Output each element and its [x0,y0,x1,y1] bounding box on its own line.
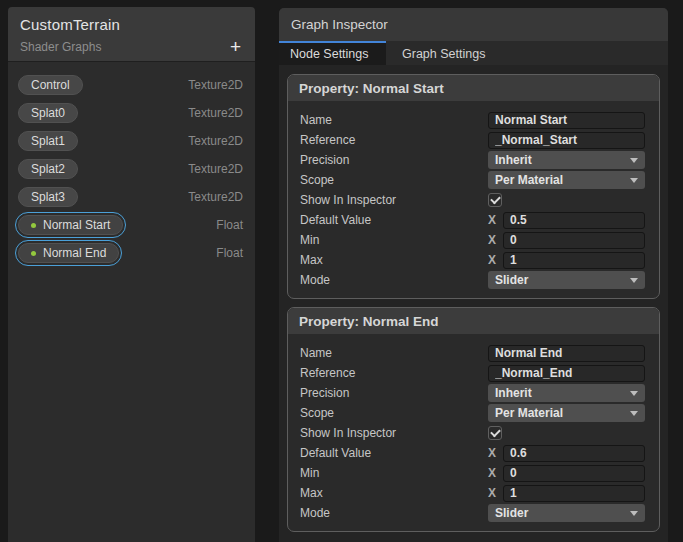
field-label: Mode [300,273,488,287]
field-row-precision: PrecisionInherit [300,150,645,170]
mode-dropdown[interactable]: Slider [488,504,645,522]
field-row-max: MaxX [300,250,645,270]
blackboard-header: CustomTerrain Shader Graphs + [8,7,255,62]
scope-dropdown[interactable]: Per Material [488,171,645,189]
min-x-input[interactable] [503,465,645,482]
tab-node-settings[interactable]: Node Settings [279,41,386,65]
property-section: Property: Normal StartNameReferencePreci… [287,74,660,299]
inspector-content: Property: Normal StartNameReferencePreci… [279,65,668,542]
name-input[interactable] [488,345,645,362]
default-value-x-input[interactable] [503,445,645,462]
field-label: Max [300,486,488,500]
property-fields: NameReferencePrecisionInheritScopePer Ma… [288,334,659,531]
blackboard-item-row: Splat2Texture2D [8,155,255,183]
property-section: Property: Normal EndNameReferencePrecisi… [287,307,660,532]
field-control: X [488,232,645,249]
tab-label: Node Settings [290,47,369,61]
blackboard-item-row: ControlTexture2D [8,71,255,99]
axis-x-label: X [488,233,496,247]
field-row-name: Name [300,343,645,363]
field-control: Slider [488,271,645,289]
max-x-input[interactable] [503,252,645,269]
field-label: Name [300,346,488,360]
max-x-input[interactable] [503,485,645,502]
field-label: Show In Inspector [300,426,488,440]
property-pill-splat0[interactable]: Splat0 [18,103,78,123]
blackboard-panel: CustomTerrain Shader Graphs + ControlTex… [8,7,255,542]
field-control: Per Material [488,171,645,189]
show-in-inspector-checkbox[interactable] [488,193,502,207]
blackboard-subtitle: Shader Graphs [20,40,101,54]
field-row-mode: ModeSlider [300,503,645,523]
property-type-label: Texture2D [188,106,243,120]
field-control: Slider [488,504,645,522]
field-row-min: MinX [300,463,645,483]
chevron-down-icon [630,511,638,516]
blackboard-item-row: Splat1Texture2D [8,127,255,155]
property-pill-label: Normal End [43,246,106,260]
field-row-mode: ModeSlider [300,270,645,290]
chevron-down-icon [630,278,638,283]
name-input[interactable] [488,112,645,129]
property-type-label: Texture2D [188,162,243,176]
property-pill-normal-start[interactable]: Normal Start [18,215,123,235]
blackboard-subtitle-row: Shader Graphs + [20,40,243,54]
field-control [488,112,645,129]
reference-input[interactable] [488,365,645,382]
checkmark-icon [490,427,501,438]
dropdown-value: Inherit [495,386,532,400]
graph-inspector-title: Graph Inspector [279,8,668,41]
exposed-dot-icon [31,251,36,256]
property-fields: NameReferencePrecisionInheritScopePer Ma… [288,101,659,298]
property-section-header: Property: Normal End [288,308,659,334]
add-property-button[interactable]: + [228,40,243,54]
scope-dropdown[interactable]: Per Material [488,404,645,422]
field-row-scope: ScopePer Material [300,403,645,423]
field-control [488,193,645,207]
field-control [488,365,645,382]
property-type-label: Texture2D [188,78,243,92]
field-control: X [488,445,645,462]
property-pill-control[interactable]: Control [18,75,83,95]
mode-dropdown[interactable]: Slider [488,271,645,289]
property-pill-normal-end[interactable]: Normal End [18,243,119,263]
graph-title: CustomTerrain [20,16,243,33]
inspector-tab-bar: Node SettingsGraph Settings [279,41,668,65]
field-control [488,132,645,149]
dropdown-value: Inherit [495,153,532,167]
field-row-precision: PrecisionInherit [300,383,645,403]
blackboard-item-row: Splat0Texture2D [8,99,255,127]
min-x-input[interactable] [503,232,645,249]
chevron-down-icon [630,411,638,416]
reference-input[interactable] [488,132,645,149]
chevron-down-icon [630,391,638,396]
property-pill-splat1[interactable]: Splat1 [18,131,78,151]
field-control: Inherit [488,384,645,402]
checkmark-icon [490,194,501,205]
field-control: X [488,485,645,502]
field-label: Default Value [300,213,488,227]
tab-graph-settings[interactable]: Graph Settings [386,41,501,65]
precision-dropdown[interactable]: Inherit [488,151,645,169]
field-control: X [488,465,645,482]
field-row-name: Name [300,110,645,130]
field-control: X [488,212,645,229]
chevron-down-icon [630,158,638,163]
property-list: ControlTexture2DSplat0Texture2DSplat1Tex… [8,62,255,542]
precision-dropdown[interactable]: Inherit [488,384,645,402]
property-pill-splat3[interactable]: Splat3 [18,187,78,207]
show-in-inspector-checkbox[interactable] [488,426,502,440]
field-label: Default Value [300,446,488,460]
dropdown-value: Slider [495,273,528,287]
field-row-default-value: Default ValueX [300,443,645,463]
default-value-x-input[interactable] [503,212,645,229]
field-label: Name [300,113,488,127]
field-row-default-value: Default ValueX [300,210,645,230]
exposed-dot-icon [31,223,36,228]
axis-x-label: X [488,486,496,500]
field-label: Scope [300,173,488,187]
property-type-label: Float [216,218,243,232]
property-pill-splat2[interactable]: Splat2 [18,159,78,179]
dropdown-value: Per Material [495,173,563,187]
field-label: Show In Inspector [300,193,488,207]
